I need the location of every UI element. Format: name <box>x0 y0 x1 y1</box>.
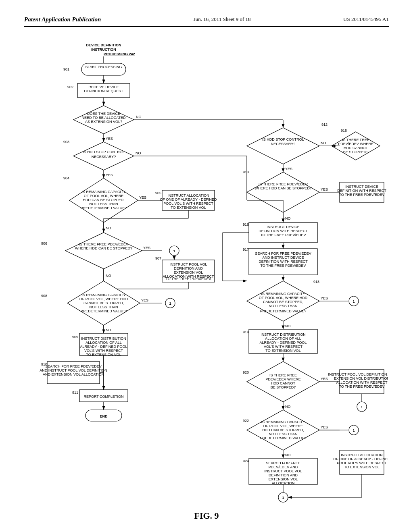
node-920-label: 920 <box>243 370 249 374</box>
connector-1d-text: 1 <box>361 405 363 409</box>
node-907-text2: DEFINITION AND <box>174 266 203 270</box>
header-center-label: Jun. 16, 2011 Sheet 9 of 18 <box>194 16 251 23</box>
node-917-text4: TO THE FREE PDEV/EDEV <box>260 264 306 268</box>
node-924-label: 924 <box>243 459 249 463</box>
node-908d-text4: NOT LESS THAN <box>89 305 118 309</box>
node-924-text1: SEARCH FOR FREE <box>266 461 300 465</box>
label-922-yes: YES <box>321 425 328 429</box>
label-913-no: NO <box>285 216 291 220</box>
label-903d-no: NO <box>136 151 141 155</box>
node-906-label: 906 <box>41 241 47 245</box>
figure-label: FIG. 9 <box>24 511 389 521</box>
label-918-yes: YES <box>321 296 328 300</box>
node-908-label: 908 <box>41 294 47 298</box>
node-906d-text1: IS THERE FREE PDEV/EDEV <box>79 242 128 246</box>
node-901-label: 901 <box>63 67 69 71</box>
node-922d-text4: NOT LESS THAN <box>269 432 297 436</box>
node-919-text3: ALREADY - DEFINED POOL <box>260 341 307 345</box>
node-902d-text1: DOES THE DEVICE <box>87 112 120 116</box>
node-918-label: 918 <box>313 280 319 284</box>
label-920-no: NO <box>285 405 291 409</box>
node-918d-text1: IS REMAINING CAPACITY <box>261 292 305 296</box>
node-914-text1: INSTRUCT DEVICE <box>345 185 378 189</box>
label-906d-no: NO <box>106 274 111 278</box>
node-903d-text1: IS HDD STOP CONTROL <box>83 150 125 154</box>
node-923-text1: INSTRUCT ALLOCATION <box>341 453 383 457</box>
node-903d-text2: NECESSARY? <box>92 155 116 159</box>
node-907-text5: TO THE FREE PDEV/EDEV <box>165 277 211 281</box>
node-912d-text1: IS HDD STOP CONTROL <box>262 137 304 141</box>
node-922-label: 922 <box>243 419 249 423</box>
label-904d-no: NO <box>106 226 111 230</box>
connector-1e-text: 1 <box>353 428 355 432</box>
node-907-text3: EXTENSION VOL <box>174 270 203 274</box>
node-921-text4: TO THE FREE PDEV/EDEV <box>339 384 384 389</box>
node-915-label: 915 <box>341 129 347 133</box>
node-923-text4: TO EXTENSION VOL <box>344 465 379 469</box>
title-line1: DEVICE DEFINITION <box>86 43 121 47</box>
title-line2: INSTRUCTION <box>91 48 116 52</box>
node-920d-text2: PDEV/EDEV WHERE <box>265 377 301 381</box>
node-914-text2: DEFINITION WITH RESPECT <box>337 189 386 193</box>
node-904d-text4: NOT LESS THAN <box>89 202 118 206</box>
node-923-text3: POOL VOL'S WITH RESPECT <box>337 461 387 465</box>
node-922d-text5: PREDETERMINED VALUE? <box>260 436 306 440</box>
node-908d-text3: CANNOT BE STOPPED, <box>83 301 124 305</box>
node-909-text1: INSTRUCT DISTRIBUTION <box>81 337 126 341</box>
node-902d-text3: AS EXTENSION VOL? <box>85 120 122 124</box>
node-921-text1: INSTRUCT POOL VOL DEFINITION AND <box>328 372 388 376</box>
node-917-label: 917 <box>243 247 249 251</box>
node-916-text3: TO THE FREE PDEV/EDEV <box>260 233 306 237</box>
title-line3: PROCESSING 242 <box>104 52 135 56</box>
node-919-text4: VOL'S WITH RESPECT <box>264 345 303 349</box>
node-905-label: 905 <box>155 191 161 195</box>
node-909-text2: ALLOCATION OF ALL <box>86 341 121 345</box>
node-910-text3: AND EXTENSION VOL ALLOCATION <box>43 372 104 376</box>
node-912-label: 912 <box>321 123 327 127</box>
node-915d-text1: IS THERE FREE <box>342 138 369 142</box>
node-921-text2: EXTENSION VOL DISTRIBUTION <box>334 376 388 380</box>
label-906d-yes: YES <box>143 246 150 250</box>
connector-1c-text: 1 <box>353 299 355 303</box>
diagram-container: DEVICE DEFINITION INSTRUCTION PROCESSING… <box>24 39 389 503</box>
node-912d-diamond <box>247 128 319 164</box>
node-902-text2: DEFINITION REQUEST <box>84 89 123 93</box>
node-end-text: END <box>100 414 108 418</box>
node-924-text5: EXTENSION VOL <box>269 477 298 481</box>
node-906d-diamond <box>65 233 142 269</box>
node-904d-text2: OF POOL VOL, WHERE <box>84 194 124 198</box>
node-902d-text2: NEED TO BE ALLOCATED <box>81 116 126 120</box>
node-918d-text2: OF POOL VOL, WHERE HDD <box>259 296 308 300</box>
connector-1b-text: 1 <box>169 301 171 305</box>
page: Patent Application Publication Jun. 16, … <box>0 0 413 532</box>
node-913-label: 913 <box>243 170 249 174</box>
label-902d-no: NO <box>136 115 142 119</box>
node-910-text1: SEARCH FOR FREE PDEV/EDEV <box>45 364 102 368</box>
node-922d-text3: HDD CAN BE STOPPED, <box>262 428 304 432</box>
node-915d-text3: HDD CANNOT <box>344 146 368 150</box>
node-917-text3: DEFINITION WITH RESPECT <box>259 260 308 264</box>
node-917-text2: AND INSTRUCT DEVICE <box>263 256 304 260</box>
node-903-label: 903 <box>63 140 69 144</box>
label-912-yes: YES <box>285 167 292 171</box>
node-916-text2: DEFINITION WITH RESPECT <box>259 229 308 233</box>
node-909-label: 909 <box>72 335 78 339</box>
node-904d-text5: PREDETERMINED VALUE? <box>81 206 127 210</box>
node-918d-text4: NOT LESS THAN <box>269 304 297 308</box>
label-908d-no: NO <box>106 328 111 332</box>
header-right-label: US 2011/0145495 A1 <box>343 16 389 23</box>
node-904d-text3: HDD CAN BE STOPPED, <box>83 198 124 202</box>
node-919-label: 919 <box>243 330 249 334</box>
node-924-text4: DEFINITION AND <box>269 473 298 477</box>
node-910-text2: AND INSTRUCT POOL VOL DEFINITION <box>40 368 107 372</box>
node-907-text1: INSTRUCT POOL VOL <box>169 262 207 266</box>
connector-1a-text: 1 <box>173 249 175 253</box>
label-913-yes: YES <box>321 187 328 191</box>
node-908d-text5: PREDETERMINED VALUE? <box>81 309 127 313</box>
node-913d-text1: IS THERE FREE PDEV/EDEV <box>259 182 308 186</box>
label-920-yes: YES <box>321 377 328 381</box>
label-903d-yes: YES <box>106 173 113 177</box>
node-908d-text1: IS REMAINING CAPACITY <box>82 293 126 297</box>
node-905-text1: INSTRUCT ALLOCATION <box>167 193 209 197</box>
node-905-text3: POOL VOL'S WITH RESPECT <box>163 202 213 206</box>
